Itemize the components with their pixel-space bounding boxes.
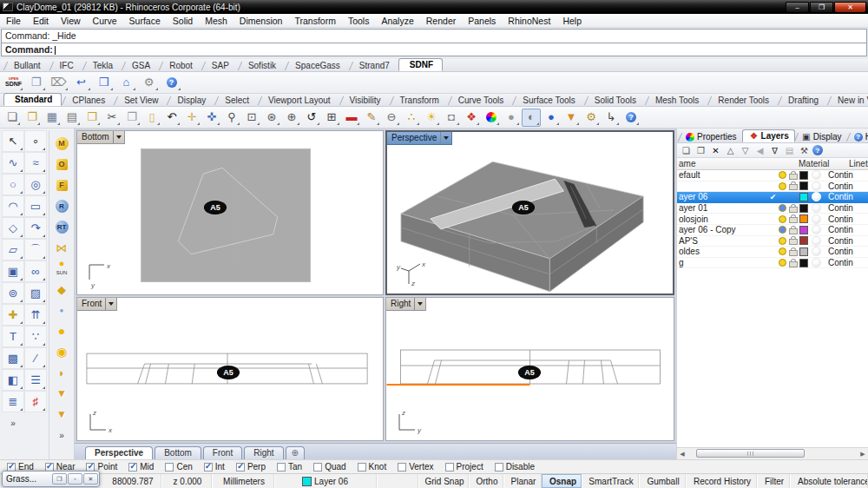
material-sphere-icon[interactable]	[812, 181, 821, 191]
viewport-label[interactable]: Front	[77, 298, 117, 311]
grass-maximize-button[interactable]: ▫	[68, 473, 82, 485]
rhino-logo-icon[interactable]: ❖	[462, 109, 481, 127]
open-sdnf-icon[interactable]: OPEN SDNF	[3, 74, 24, 92]
material-sphere-icon[interactable]	[812, 236, 821, 246]
box-icon[interactable]: ▣	[2, 260, 24, 282]
material-sphere-icon[interactable]	[812, 170, 821, 180]
layer-row[interactable]: oldes Contin	[677, 247, 868, 258]
visibility-bulb-icon[interactable]	[779, 215, 786, 223]
viewport-label[interactable]: Perspective	[387, 132, 452, 145]
tab-transform[interactable]: Transform	[390, 95, 448, 106]
cone-icon[interactable]: ▼	[562, 109, 581, 127]
cut-icon[interactable]: ✂	[102, 109, 122, 127]
contour-icon[interactable]: ☰	[24, 369, 47, 391]
layer-color-swatch[interactable]	[799, 204, 808, 213]
menu-item[interactable]: Transform	[288, 14, 341, 27]
delete-layer-icon[interactable]: ✕	[709, 144, 722, 156]
rotate-view-icon[interactable]: ✜	[202, 109, 221, 127]
restore-button[interactable]: ❐	[810, 2, 833, 13]
checkbox[interactable]	[7, 463, 16, 472]
layer-color-swatch[interactable]	[799, 181, 808, 190]
tolerance-readout[interactable]: Absolute tolerance: 0.001	[790, 474, 868, 488]
material-sphere-icon[interactable]	[812, 203, 821, 213]
checkbox[interactable]	[277, 463, 286, 472]
select-icon[interactable]: ↖	[2, 130, 24, 152]
arc-icon[interactable]: ◠	[2, 195, 24, 217]
viewport-label[interactable]: Right	[386, 298, 426, 311]
layer-row[interactable]: efault Contin	[677, 170, 868, 181]
tab-ifc[interactable]: IFC	[49, 60, 82, 71]
tab-mesh-tools[interactable]: Mesh Tools	[645, 95, 707, 106]
trim-icon[interactable]: ∕	[24, 347, 47, 369]
checkbox[interactable]	[445, 463, 454, 472]
surface-icon[interactable]: ⌒	[24, 239, 47, 260]
layer-color-swatch[interactable]	[799, 193, 808, 201]
coordinate-readout[interactable]: 88009.787	[102, 474, 161, 488]
layer-row[interactable]: ayer 06 ✔ Contin	[677, 192, 868, 203]
checkbox[interactable]	[128, 463, 137, 472]
checkbox[interactable]	[398, 463, 406, 472]
new-file-icon[interactable]: ❏	[3, 109, 22, 127]
open-file-icon[interactable]: ❐	[23, 109, 42, 127]
linetype-value[interactable]: Contin	[828, 225, 868, 234]
export-rhino-icon[interactable]: ↩	[70, 74, 92, 92]
visibility-bulb-icon[interactable]	[779, 259, 786, 267]
tab-cplanes[interactable]: CPlanes	[62, 95, 114, 106]
color-wheel-icon[interactable]	[482, 109, 501, 127]
menu-item[interactable]: Surface	[123, 14, 167, 27]
shaded-mode-icon[interactable]: ◐	[522, 109, 541, 127]
render-mode-icon[interactable]: ●	[542, 109, 561, 127]
linetype-value[interactable]: Contin	[828, 236, 868, 246]
checkbox[interactable]	[165, 463, 174, 472]
tab-new-in-v5[interactable]: New in V5	[827, 95, 868, 106]
import-doc-icon[interactable]: ❒	[93, 74, 115, 92]
new-viewport-tab[interactable]: ⊕	[286, 446, 305, 459]
tab-right[interactable]: Right	[244, 446, 283, 459]
osnap-knot[interactable]: Knot	[358, 462, 387, 472]
checkbox[interactable]	[86, 463, 95, 472]
osnap-quad[interactable]: Quad	[313, 462, 345, 472]
print-icon[interactable]: ▤	[62, 109, 82, 127]
scroll-right-arrow[interactable]: ▶	[858, 451, 868, 458]
tab-display[interactable]: Display	[795, 131, 847, 142]
point-cloud-icon[interactable]: ∴	[402, 109, 421, 127]
material-sphere-icon[interactable]	[812, 225, 821, 234]
tab-display[interactable]: Display	[167, 95, 214, 106]
menu-item[interactable]: View	[55, 14, 87, 27]
gears-icon[interactable]: ⚙	[582, 109, 601, 127]
menu-item[interactable]: Tools	[342, 14, 376, 27]
layer-row[interactable]: olosjoin Contin	[677, 214, 868, 225]
tab-sap[interactable]: SAP	[201, 60, 238, 71]
curve-icon[interactable]: ≈	[24, 152, 47, 174]
layer-row[interactable]: ayer 01 Contin	[677, 203, 868, 214]
shade-gray-icon[interactable]: ●	[502, 109, 521, 127]
grass-restore-button[interactable]: ❐	[52, 473, 67, 485]
menu-item[interactable]: Render	[420, 14, 462, 27]
more-rail-chevron[interactable]: »	[59, 425, 64, 445]
panel-horizontal-scrollbar[interactable]: ◀ ▶	[677, 447, 868, 459]
point-icon[interactable]: ∘	[24, 130, 47, 152]
tab-perspective[interactable]: Perspective	[85, 446, 153, 459]
material-sphere-icon[interactable]	[812, 258, 821, 267]
zoom-icon[interactable]: ⚲	[222, 109, 241, 127]
solid-edit-icon[interactable]: ◧	[2, 369, 24, 391]
lock-icon[interactable]	[789, 214, 797, 223]
grasshopper-title[interactable]: Grass...	[3, 474, 52, 484]
match-props-badge[interactable]: M	[56, 133, 69, 154]
match-layer-icon[interactable]: ▤	[783, 144, 796, 156]
spotlight-2-icon[interactable]: ▼	[56, 404, 67, 425]
osnap-perp[interactable]: Perp	[236, 462, 266, 472]
visibility-bulb-icon[interactable]	[779, 247, 786, 255]
menu-item[interactable]: RhinoNest	[502, 14, 556, 27]
filter-button[interactable]: Filter	[757, 474, 790, 488]
layer-row[interactable]: g Contin	[677, 258, 868, 269]
osnap-int[interactable]: Int	[204, 462, 225, 472]
visibility-bulb-icon[interactable]	[779, 237, 786, 245]
tab-set-view[interactable]: Set View	[114, 95, 167, 106]
planar-button[interactable]: Planar	[503, 474, 542, 488]
checkbox[interactable]	[313, 463, 322, 472]
close-button[interactable]: ✕	[834, 2, 866, 13]
plane-icon[interactable]: ▱	[2, 239, 24, 260]
linetype-value[interactable]: Contin	[828, 258, 868, 267]
polygon-icon[interactable]: ◇	[2, 217, 24, 239]
